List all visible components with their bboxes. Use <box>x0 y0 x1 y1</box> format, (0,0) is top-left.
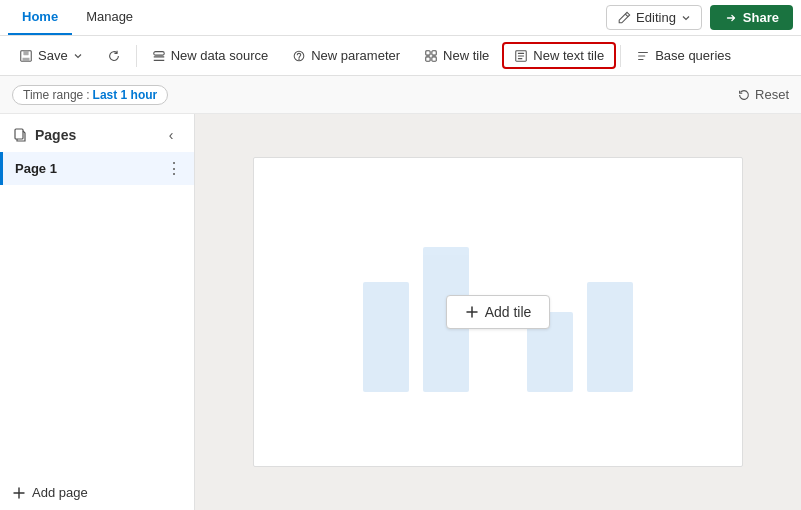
tab-manage[interactable]: Manage <box>72 0 147 35</box>
page-item-1[interactable]: Page 1 ⋮ <box>0 152 194 185</box>
new-parameter-button[interactable]: New parameter <box>281 43 411 68</box>
new-data-source-button[interactable]: New data source <box>141 43 280 68</box>
share-icon <box>724 11 738 25</box>
refresh-icon <box>107 49 121 63</box>
pages-icon <box>12 127 28 143</box>
page-1-label: Page 1 <box>15 161 57 176</box>
time-range-sep: : <box>86 88 89 102</box>
tab-bar: Home Manage <box>8 0 147 35</box>
svg-rect-6 <box>432 50 436 54</box>
reset-button[interactable]: Reset <box>737 87 789 102</box>
main-content: Pages ‹ Page 1 ⋮ Add page <box>0 114 801 510</box>
page-1-more-button[interactable]: ⋮ <box>166 159 182 178</box>
sidebar-title-area: Pages <box>12 127 76 143</box>
base-queries-button[interactable]: Base queries <box>625 43 742 68</box>
time-range-pill[interactable]: Time range : Last 1 hour <box>12 85 168 105</box>
time-range-value: Last 1 hour <box>93 88 158 102</box>
queries-icon <box>636 49 650 63</box>
toolbar: Save New data source New parameter <box>0 36 801 76</box>
filter-bar: Time range : Last 1 hour Reset <box>0 76 801 114</box>
refresh-button[interactable] <box>96 44 132 68</box>
sidebar-header: Pages ‹ <box>0 114 194 152</box>
sidebar-collapse-button[interactable]: ‹ <box>160 124 182 146</box>
top-bar: Home Manage Editing Share <box>0 0 801 36</box>
sidebar-footer: Add page <box>0 475 194 510</box>
canvas-area: Add tile <box>195 114 801 510</box>
separator-1 <box>136 45 137 67</box>
datasource-icon <box>152 49 166 63</box>
new-tile-button[interactable]: New tile <box>413 43 500 68</box>
deco-bar-4 <box>587 282 633 392</box>
canvas-sheet: Add tile <box>253 157 743 467</box>
share-button[interactable]: Share <box>710 5 793 30</box>
save-button[interactable]: Save <box>8 43 94 68</box>
text-tile-icon <box>514 49 528 63</box>
deco-bar-1 <box>363 282 409 392</box>
tab-home[interactable]: Home <box>8 0 72 35</box>
sidebar-title-text: Pages <box>35 127 76 143</box>
svg-point-4 <box>299 58 300 59</box>
reset-icon <box>737 88 751 102</box>
svg-rect-8 <box>432 56 436 60</box>
time-range-label: Time range <box>23 88 83 102</box>
add-page-button[interactable]: Add page <box>12 485 88 500</box>
svg-rect-10 <box>15 129 23 139</box>
parameter-icon <box>292 49 306 63</box>
save-icon <box>19 49 33 63</box>
svg-rect-1 <box>23 50 28 54</box>
chevron-down-small-icon <box>73 51 83 61</box>
add-tile-button[interactable]: Add tile <box>446 295 551 329</box>
sidebar: Pages ‹ Page 1 ⋮ Add page <box>0 114 195 510</box>
separator-2 <box>620 45 621 67</box>
svg-rect-7 <box>426 56 430 60</box>
top-right-actions: Editing Share <box>606 5 793 30</box>
svg-rect-5 <box>426 50 430 54</box>
new-text-tile-button[interactable]: New text tile <box>502 42 616 69</box>
pencil-icon <box>617 11 631 25</box>
tile-icon <box>424 49 438 63</box>
chevron-down-icon <box>681 13 691 23</box>
plus-icon <box>12 486 26 500</box>
svg-rect-2 <box>153 51 164 55</box>
editing-button[interactable]: Editing <box>606 5 702 30</box>
add-tile-plus-icon <box>465 305 479 319</box>
